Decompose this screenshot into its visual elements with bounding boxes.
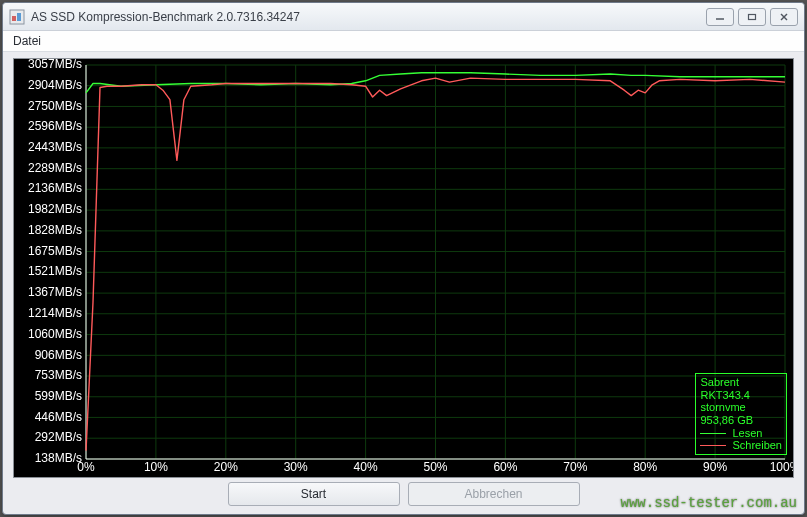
window-title: AS SSD Kompression-Benchmark 2.0.7316.34… — [31, 10, 706, 24]
svg-text:138MB/s: 138MB/s — [35, 451, 82, 465]
chart: 3057MB/s2904MB/s2750MB/s2596MB/s2443MB/s… — [13, 58, 794, 478]
svg-text:20%: 20% — [214, 460, 238, 474]
legend-write: Schreiben — [700, 439, 782, 452]
legend-write-line — [700, 445, 726, 446]
svg-text:292MB/s: 292MB/s — [35, 430, 82, 444]
svg-text:906MB/s: 906MB/s — [35, 348, 82, 362]
svg-text:753MB/s: 753MB/s — [35, 368, 82, 382]
watermark: www.ssd-tester.com.au — [621, 495, 797, 511]
menu-datei[interactable]: Datei — [13, 34, 41, 48]
svg-rect-4 — [749, 14, 756, 19]
svg-text:30%: 30% — [284, 460, 308, 474]
abort-button-label: Abbrechen — [464, 487, 522, 501]
titlebar[interactable]: AS SSD Kompression-Benchmark 2.0.7316.34… — [3, 3, 804, 31]
abort-button: Abbrechen — [408, 482, 580, 506]
start-button-label: Start — [301, 487, 326, 501]
svg-text:70%: 70% — [563, 460, 587, 474]
legend-read-line — [700, 433, 726, 434]
content-area: 3057MB/s2904MB/s2750MB/s2596MB/s2443MB/s… — [3, 52, 804, 514]
svg-text:1214MB/s: 1214MB/s — [28, 306, 82, 320]
svg-text:3057MB/s: 3057MB/s — [28, 59, 82, 71]
svg-text:1675MB/s: 1675MB/s — [28, 244, 82, 258]
minimize-button[interactable] — [706, 8, 734, 26]
svg-text:0%: 0% — [77, 460, 95, 474]
maximize-button[interactable] — [738, 8, 766, 26]
legend-model: RKT343.4 — [700, 389, 782, 402]
legend-write-label: Schreiben — [732, 439, 782, 452]
svg-text:1982MB/s: 1982MB/s — [28, 202, 82, 216]
chart-canvas: 3057MB/s2904MB/s2750MB/s2596MB/s2443MB/s… — [14, 59, 793, 477]
svg-text:1521MB/s: 1521MB/s — [28, 264, 82, 278]
svg-text:2443MB/s: 2443MB/s — [28, 140, 82, 154]
close-button[interactable] — [770, 8, 798, 26]
svg-text:1060MB/s: 1060MB/s — [28, 327, 82, 341]
svg-text:2904MB/s: 2904MB/s — [28, 78, 82, 92]
svg-text:2596MB/s: 2596MB/s — [28, 119, 82, 133]
svg-text:2750MB/s: 2750MB/s — [28, 99, 82, 113]
svg-text:446MB/s: 446MB/s — [35, 410, 82, 424]
app-window: AS SSD Kompression-Benchmark 2.0.7316.34… — [2, 2, 805, 515]
svg-text:90%: 90% — [703, 460, 727, 474]
legend-read: Lesen — [700, 427, 782, 440]
legend-driver: stornvme — [700, 401, 782, 414]
legend: Sabrent RKT343.4 stornvme 953,86 GB Lese… — [695, 373, 787, 455]
svg-text:2289MB/s: 2289MB/s — [28, 161, 82, 175]
svg-rect-1 — [12, 16, 16, 21]
svg-text:80%: 80% — [633, 460, 657, 474]
window-controls — [706, 8, 798, 26]
legend-device: Sabrent — [700, 376, 782, 389]
start-button[interactable]: Start — [228, 482, 400, 506]
svg-text:599MB/s: 599MB/s — [35, 389, 82, 403]
svg-rect-2 — [17, 13, 21, 21]
menubar: Datei — [3, 31, 804, 52]
svg-text:1828MB/s: 1828MB/s — [28, 223, 82, 237]
svg-text:100%: 100% — [770, 460, 793, 474]
svg-text:60%: 60% — [493, 460, 517, 474]
svg-rect-7 — [14, 59, 793, 477]
svg-text:50%: 50% — [423, 460, 447, 474]
legend-read-label: Lesen — [732, 427, 762, 440]
svg-text:40%: 40% — [354, 460, 378, 474]
svg-text:1367MB/s: 1367MB/s — [28, 285, 82, 299]
legend-size: 953,86 GB — [700, 414, 782, 427]
svg-text:10%: 10% — [144, 460, 168, 474]
app-icon — [9, 9, 25, 25]
svg-text:2136MB/s: 2136MB/s — [28, 181, 82, 195]
